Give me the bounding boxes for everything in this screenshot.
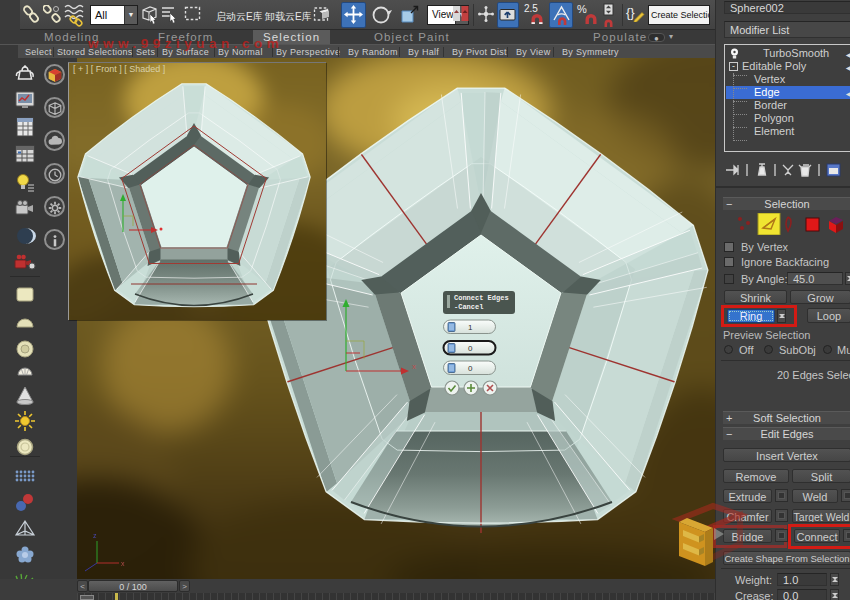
- svg-text:1: 1: [468, 323, 473, 332]
- svg-text:Connect Edges: Connect Edges: [454, 294, 509, 302]
- svg-text:x: x: [412, 362, 416, 371]
- svg-text:-Cancel: -Cancel: [454, 303, 483, 311]
- svg-text:x: x: [121, 560, 125, 567]
- svg-text:0: 0: [468, 344, 473, 353]
- svg-text:z: z: [93, 532, 97, 539]
- svg-text:0: 0: [468, 364, 473, 373]
